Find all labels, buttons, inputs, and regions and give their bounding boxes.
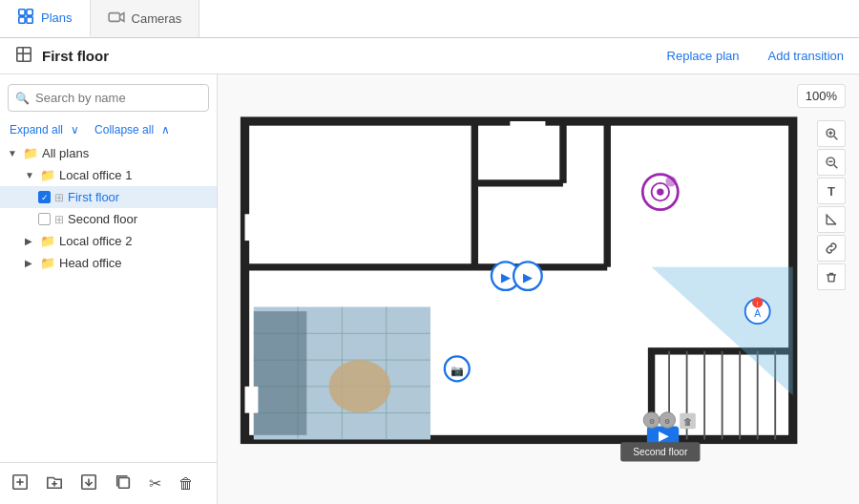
add-plan-button[interactable] [11,473,29,494]
tab-plans-label: Plans [41,10,73,25]
tree: ▼ 📁 All plans ▼ 📁 Local office 1 ✓ ⊞ Fir… [0,142,217,462]
svg-text:!: ! [757,301,759,307]
chevron-icon: ▼ [8,148,19,158]
zoom-in-button[interactable] [817,120,846,147]
replace-plan-link[interactable]: Replace plan [667,49,740,63]
first-floor-checkbox[interactable]: ✓ [38,191,51,203]
head-office-label: Head office [59,256,122,270]
svg-point-60 [665,176,676,186]
tab-plans[interactable]: Plans [0,0,91,37]
floor-plan: ▶ ⚙ ⚙ 🗑 ▶ [227,84,802,494]
bottom-toolbar: ✂ 🗑 [0,462,217,504]
search-input[interactable] [8,84,209,112]
import-button[interactable] [80,473,97,494]
tree-item-all-plans[interactable]: ▼ 📁 All plans [0,142,217,164]
right-panel: 100% T [218,74,859,504]
svg-text:🗑: 🗑 [683,417,692,427]
svg-text:📷: 📷 [450,364,464,377]
expand-all-button[interactable]: Expand all [10,123,63,136]
angle-tool-button[interactable] [817,206,846,233]
add-transition-link[interactable]: Add transition [768,49,845,63]
folder-icon: 📁 [40,168,55,182]
canvas-area[interactable]: ▶ ⚙ ⚙ 🗑 ▶ [218,74,859,504]
plan-icon: ⊞ [54,191,64,204]
chevron-icon: ▶ [25,258,36,268]
folder-icon: 📁 [40,234,55,248]
search-icon: 🔍 [15,92,30,105]
all-plans-label: All plans [42,146,89,160]
tab-cameras[interactable]: Cameras [91,0,200,37]
search-box: 🔍 [8,84,209,112]
svg-line-17 [834,136,838,140]
right-tools: T [817,120,846,290]
second-floor-label: Second floor [68,212,137,226]
plan-icon: ⊞ [54,213,64,226]
link-tool-button[interactable] [817,235,846,262]
plans-icon [17,8,34,28]
copy-button[interactable] [115,473,132,494]
svg-rect-72 [245,387,259,413]
svg-text:⚙: ⚙ [649,417,655,426]
svg-rect-1 [27,10,32,15]
tree-item-first-floor[interactable]: ✓ ⊞ First floor [0,186,217,208]
tree-item-local-office-1[interactable]: ▼ 📁 Local office 1 [0,164,217,186]
svg-rect-5 [17,48,31,61]
add-folder-button[interactable] [46,473,63,494]
cameras-icon [108,10,125,27]
svg-text:▶: ▶ [501,270,511,284]
svg-point-47 [329,360,391,413]
main-content: 🔍 Expand all ∨ Collapse all ∧ ▼ 📁 All pl… [0,74,859,504]
page-title-bar: First floor Replace plan Add transition [0,38,859,74]
svg-rect-73 [510,121,545,130]
chevron-down-icon: ∨ [71,123,79,136]
header-tabs: Plans Cameras [0,0,859,38]
chevron-up-icon: ∧ [161,123,170,136]
local-office-1-label: Local office 1 [59,168,132,182]
svg-rect-4 [109,13,119,22]
svg-text:▶: ▶ [659,429,669,443]
tree-item-head-office[interactable]: ▶ 📁 Head office [0,252,217,274]
svg-rect-0 [19,10,25,15]
expand-collapse-bar: Expand all ∨ Collapse all ∧ [0,121,217,142]
svg-line-21 [834,165,838,169]
floor-plan-icon [15,46,32,66]
svg-rect-48 [254,311,307,435]
svg-point-59 [657,188,663,195]
local-office-2-label: Local office 2 [59,234,132,248]
svg-text:Second floor: Second floor [633,447,688,457]
second-floor-checkbox[interactable] [38,213,51,225]
delete-button[interactable]: 🗑 [178,475,194,493]
svg-text:⚙: ⚙ [664,417,670,426]
folder-icon: 📁 [40,256,55,270]
folder-icon: 📁 [23,146,38,160]
svg-text:▶: ▶ [523,270,533,284]
zoom-control[interactable]: 100% [797,84,846,108]
page-title: First floor [42,48,109,64]
collapse-all-button[interactable]: Collapse all [94,123,154,136]
tree-item-second-floor[interactable]: ⊞ Second floor [0,208,217,230]
tree-item-local-office-2[interactable]: ▶ 📁 Local office 2 [0,230,217,252]
first-floor-label: First floor [68,190,119,204]
sidebar: 🔍 Expand all ∨ Collapse all ∧ ▼ 📁 All pl… [0,74,218,504]
tab-cameras-label: Cameras [132,11,182,26]
zoom-value: 100% [806,89,837,103]
zoom-out-button[interactable] [817,149,846,176]
svg-text:A: A [754,308,761,319]
chevron-icon: ▶ [25,236,36,246]
svg-rect-15 [119,477,130,488]
svg-rect-2 [19,17,25,23]
svg-rect-3 [27,17,32,23]
cut-button[interactable]: ✂ [149,474,161,493]
svg-rect-71 [245,214,259,241]
chevron-icon: ▼ [25,170,36,180]
text-tool-button[interactable]: T [817,178,846,204]
delete-tool-button[interactable] [817,263,846,290]
